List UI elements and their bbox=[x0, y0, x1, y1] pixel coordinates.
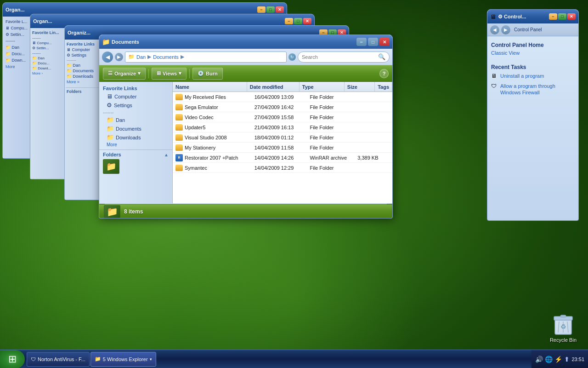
breadcrumb-refresh-btn[interactable]: ↻ bbox=[288, 53, 296, 61]
col-header-date[interactable]: Date modified bbox=[247, 82, 300, 92]
settings-label: Settings bbox=[114, 103, 132, 108]
taskbar-item-norton[interactable]: 🛡 Norton AntiVirus - F... bbox=[27, 352, 90, 367]
taskbar-item-explorer[interactable]: 📁 5 Windows Explorer ▾ bbox=[90, 352, 156, 367]
bg-sidebar-dan-1[interactable]: 📁 Dan bbox=[5, 44, 32, 51]
table-row[interactable]: Visual Studio 2008 18/04/2009 01:12 File… bbox=[173, 132, 392, 143]
downloads-label: Downloads bbox=[116, 135, 141, 140]
table-row[interactable]: My Stationery 14/04/2009 11:58 File Fold… bbox=[173, 143, 392, 153]
table-row[interactable]: Video Codec 27/04/2009 15:58 File Folder bbox=[173, 112, 392, 122]
folders-chevron-icon: ▲ bbox=[164, 152, 169, 157]
tray-icon-4: ⬆ bbox=[564, 356, 570, 363]
bg-min-btn-1[interactable]: − bbox=[257, 6, 266, 13]
sidebar-item-dan[interactable]: 📁 Dan bbox=[99, 115, 172, 124]
uninstall-link[interactable]: Uninstall a program bbox=[500, 73, 544, 79]
bg-documents-3[interactable]: 📁 Documents bbox=[66, 68, 102, 74]
recycle-bin[interactable]: ♻ Recycle Bin bbox=[550, 312, 577, 343]
control-panel-window: 🖥 ⚙ Control... − □ ✕ ◀ ▶ Control Panel C… bbox=[487, 9, 579, 221]
table-row[interactable]: Updater5 21/04/2009 16:13 File Folder bbox=[173, 122, 392, 132]
bg-min-btn-2[interactable]: − bbox=[285, 18, 293, 24]
status-item-count: 8 items bbox=[124, 208, 143, 215]
table-row[interactable]: RRestorator 2007 +Patch 14/04/2009 14:26… bbox=[173, 153, 392, 163]
bg-sidebar-2: Favorite Lin... ------- 🖥 Compu... ⚙ Set… bbox=[30, 28, 65, 179]
file-type-5: File Folder bbox=[307, 145, 355, 150]
explorer-body: Favorite Links 🖥 Computer ⚙ Settings ---… bbox=[99, 82, 392, 203]
cp-breadcrumb: Control Panel bbox=[512, 27, 544, 32]
dan-folder-icon: 📁 bbox=[107, 116, 114, 123]
views-button[interactable]: ⊞ Views ▾ bbox=[152, 68, 187, 80]
help-button[interactable]: ? bbox=[379, 69, 389, 78]
bg-settings-3[interactable]: ⚙ Settings bbox=[66, 52, 102, 58]
status-folder-glyph: 📁 bbox=[107, 206, 118, 217]
documents-label: Documents bbox=[116, 126, 141, 132]
firewall-link[interactable]: Allow a program through Windows Firewall bbox=[500, 83, 575, 96]
breadcrumb-part-documents[interactable]: Documents bbox=[153, 54, 179, 60]
table-row[interactable]: Symantec 14/04/2009 12:29 File Folder bbox=[173, 163, 392, 173]
tray-icon-1: 🔊 bbox=[535, 356, 543, 363]
explorer-close-btn[interactable]: ✕ bbox=[379, 38, 390, 46]
bg-max-btn-1[interactable]: □ bbox=[266, 6, 275, 13]
nav-forward-button[interactable]: ▶ bbox=[115, 53, 123, 61]
cp-close-btn[interactable]: ✕ bbox=[567, 13, 576, 20]
explorer-maximize-btn[interactable]: □ bbox=[368, 38, 378, 46]
cp-title-icon: 🖥 bbox=[490, 13, 496, 20]
bg-dan-3[interactable]: 📁 Dan bbox=[66, 63, 102, 68]
search-input[interactable] bbox=[302, 54, 376, 60]
cp-maximize-btn[interactable]: □ bbox=[558, 13, 566, 20]
bg-more-3[interactable]: More » bbox=[66, 79, 102, 85]
recycle-bin-icon: ♻ bbox=[552, 312, 574, 336]
sidebar-item-documents[interactable]: 📁 Documents bbox=[99, 124, 172, 133]
taskbar: 🛡 Norton AntiVirus - F... 📁 5 Windows Ex… bbox=[0, 350, 588, 368]
documents-folder-icon: 📁 bbox=[107, 125, 114, 132]
explorer-statusbar: 📁 8 items bbox=[99, 204, 392, 218]
cp-back-btn[interactable]: ◀ bbox=[490, 25, 499, 34]
sidebar-item-settings[interactable]: ⚙ Settings bbox=[99, 101, 172, 109]
sidebar-more-link[interactable]: More bbox=[99, 142, 172, 148]
bg-downloads-3[interactable]: 📁 Downloads bbox=[66, 74, 102, 79]
col-header-size[interactable]: Size bbox=[345, 82, 375, 92]
explorer-dropdown-icon: ▾ bbox=[150, 357, 152, 362]
table-row[interactable]: Sega Emulator 27/04/2009 16:42 File Fold… bbox=[173, 102, 392, 112]
bg-sidebar-3: Favorite Links 🖥 Computer ⚙ Settings ---… bbox=[65, 40, 104, 200]
bg-computer-3[interactable]: 🖥 Computer bbox=[66, 47, 102, 52]
search-icon[interactable]: 🔍 bbox=[378, 53, 385, 60]
cp-minimize-btn[interactable]: − bbox=[549, 13, 557, 20]
file-date-3: 21/04/2009 16:13 bbox=[252, 125, 307, 130]
folder-preview-icon: 📁 bbox=[103, 159, 119, 174]
breadcrumb-part-dan[interactable]: Dan bbox=[136, 54, 146, 60]
bg-sidebar-doc-1[interactable]: 📁 Docu... bbox=[5, 51, 32, 57]
col-header-tags[interactable]: Tags bbox=[375, 82, 392, 92]
search-bar[interactable]: 🔍 bbox=[298, 52, 390, 63]
burn-button[interactable]: 💿 Burn bbox=[192, 68, 223, 80]
cp-classic-view-link[interactable]: Classic View bbox=[491, 49, 575, 57]
col-header-name[interactable]: Name bbox=[173, 82, 247, 92]
bg-close-btn-1[interactable]: ✕ bbox=[276, 6, 284, 13]
cp-fwd-btn[interactable]: ▶ bbox=[501, 25, 510, 34]
file-size-6: 3,389 KB bbox=[355, 155, 387, 161]
burn-label: Burn bbox=[206, 71, 218, 76]
fav-links-title: Favorite Links bbox=[99, 84, 172, 92]
svg-rect-3 bbox=[560, 315, 566, 317]
organize-button[interactable]: ☰ Organize ▾ bbox=[103, 68, 146, 80]
bg-div-3: ------- bbox=[66, 58, 102, 63]
address-bar[interactable]: 📁 Dan ▶ Documents ▶ bbox=[125, 52, 287, 63]
file-name-3: Updater5 bbox=[173, 124, 252, 131]
explorer-minimize-btn[interactable]: − bbox=[356, 38, 367, 46]
sidebar-item-downloads[interactable]: 📁 Downloads bbox=[99, 133, 172, 142]
bg-sidebar-down-1[interactable]: 📁 Down... bbox=[5, 57, 32, 63]
folder-icon-small: 📁 bbox=[128, 54, 135, 60]
settings-icon: ⚙ bbox=[107, 102, 112, 109]
col-header-type[interactable]: Type bbox=[300, 82, 345, 92]
sidebar-item-computer[interactable]: 🖥 Computer bbox=[99, 92, 172, 101]
bg-close-btn-2[interactable]: ✕ bbox=[303, 18, 311, 24]
file-type-7: File Folder bbox=[307, 165, 355, 171]
bg-sidebar-more-1[interactable]: More bbox=[5, 63, 32, 70]
start-button[interactable] bbox=[0, 350, 25, 368]
bg-max-btn-2[interactable]: □ bbox=[294, 18, 302, 24]
file-date-7: 14/04/2009 12:29 bbox=[252, 165, 307, 171]
nav-back-button[interactable]: ◀ bbox=[102, 52, 113, 63]
bg-sidebar-set-1[interactable]: ⚙ Settin... bbox=[5, 31, 32, 38]
folders-toggle[interactable]: Folders ▲ bbox=[99, 151, 172, 158]
file-type-4: File Folder bbox=[307, 135, 355, 140]
table-row[interactable]: My Received Files 16/04/2009 13:09 File … bbox=[173, 92, 392, 102]
bg-sidebar-comp-1[interactable]: 🖥 Compu... bbox=[5, 25, 32, 31]
